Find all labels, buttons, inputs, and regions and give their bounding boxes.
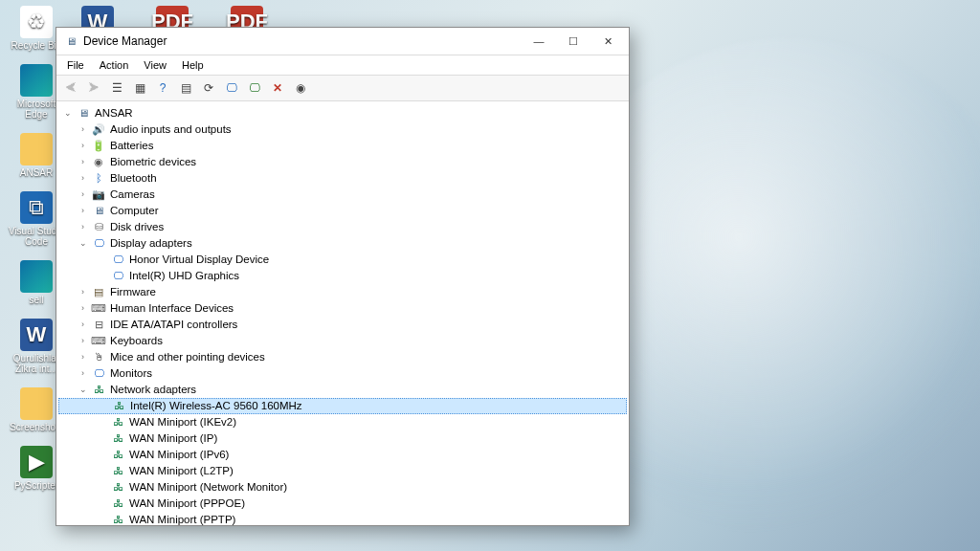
tree-node[interactable]: 🖧WAN Miniport (L2TP) [58, 463, 627, 479]
device-manager-window: 🖥 Device Manager — ☐ ✕ File Action View … [56, 27, 630, 526]
close-button[interactable]: ✕ [590, 31, 625, 52]
tree-node-label: Cameras [109, 188, 156, 202]
expand-icon[interactable]: › [78, 287, 88, 298]
minimize-button[interactable]: — [522, 31, 556, 52]
device-category-icon: 🖧 [111, 450, 124, 461]
desktop-background: ♻Recycle BinMicrosoft EdgeANSAR⧉Visual S… [0, 0, 980, 551]
titlebar[interactable]: 🖥 Device Manager — ☐ ✕ [56, 28, 629, 55]
tree-node[interactable]: ›📷Cameras [58, 187, 627, 203]
device-category-icon: 🖧 [92, 385, 105, 396]
action-button[interactable]: ▤ [175, 77, 196, 99]
nav-back-button[interactable]: ⮜ [60, 77, 81, 99]
desktop-icon-label: PyScripter [14, 480, 58, 491]
expand-icon[interactable]: › [78, 303, 88, 314]
tree-node[interactable]: ›▤Firmware [58, 284, 627, 300]
expand-icon[interactable]: › [78, 124, 88, 135]
tree-node[interactable]: 🖧Intel(R) Wireless-AC 9560 160MHz [58, 398, 627, 414]
tree-node[interactable]: 🖵Intel(R) UHD Graphics [58, 268, 627, 284]
desktop-glyph-icon [20, 387, 53, 420]
tree-node[interactable]: ›🔋Batteries [58, 138, 627, 154]
properties-button[interactable]: ▦ [129, 77, 150, 99]
desktop-icon-label: Recycle Bin [11, 40, 62, 51]
tree-node[interactable]: ›ᛒBluetooth [58, 170, 627, 187]
expand-icon[interactable]: › [78, 320, 88, 330]
show-hide-tree-button[interactable]: ☰ [106, 77, 127, 99]
expand-icon[interactable]: › [78, 206, 88, 216]
device-category-icon: 🖥 [92, 206, 105, 217]
menu-file[interactable]: File [60, 57, 91, 73]
tree-node-label: WAN Miniport (IKEv2) [128, 416, 237, 430]
tree-node-label: Bluetooth [109, 172, 158, 186]
tree-node[interactable]: ›⊟IDE ATA/ATAPI controllers [58, 317, 627, 333]
tree-node[interactable]: 🖧WAN Miniport (IPv6) [58, 447, 627, 463]
expand-icon[interactable]: › [78, 368, 88, 379]
menu-view[interactable]: View [137, 57, 173, 73]
tree-node-label: Honor Virtual Display Device [128, 253, 270, 267]
tree-node[interactable]: 🖧WAN Miniport (PPPOE) [58, 496, 627, 512]
tree-node[interactable]: ›🖱Mice and other pointing devices [58, 349, 627, 365]
tree-node-label: Keyboards [109, 335, 164, 348]
desktop-glyph-icon: W [20, 319, 53, 351]
tree-node-label: ANSAR [94, 107, 134, 121]
enable-device-button[interactable]: 🖵 [244, 77, 265, 99]
expand-icon[interactable]: › [78, 157, 88, 167]
tree-node-label: Computer [109, 205, 160, 218]
expand-icon[interactable]: › [78, 189, 88, 200]
tree-node[interactable]: ⌄🖧Network adapters [58, 382, 627, 398]
update-driver-button[interactable]: 🖵 [221, 77, 242, 99]
menu-action[interactable]: Action [93, 57, 136, 73]
window-controls: — ☐ ✕ [522, 31, 625, 52]
tree-node[interactable]: ›🖵Monitors [58, 365, 627, 382]
device-category-icon: 🖥 [77, 108, 90, 120]
collapse-icon[interactable]: ⌄ [78, 385, 88, 395]
expand-icon[interactable]: › [78, 352, 88, 363]
disable-device-button[interactable]: ◉ [290, 77, 311, 99]
collapse-icon[interactable]: ⌄ [62, 108, 73, 119]
tree-node-label: Firmware [109, 286, 157, 299]
tree-node-label: IDE ATA/ATAPI controllers [109, 319, 238, 332]
nav-forward-button[interactable]: ⮞ [83, 77, 104, 99]
expand-icon[interactable]: › [78, 141, 88, 151]
tree-node-label: Display adapters [109, 237, 193, 251]
tree-node-label: WAN Miniport (PPTP) [128, 514, 236, 525]
menu-help[interactable]: Help [175, 57, 211, 73]
tree-node-label: WAN Miniport (L2TP) [128, 465, 234, 478]
scan-hardware-button[interactable]: ⟳ [198, 77, 219, 99]
tree-node-label: Mice and other pointing devices [109, 351, 266, 364]
desktop-icon-label: sell [29, 295, 43, 305]
tree-node-label: Monitors [109, 367, 153, 381]
tree-node[interactable]: 🖧WAN Miniport (IP) [58, 430, 627, 447]
tree-node[interactable]: ›⛁Disk drives [58, 219, 627, 235]
collapse-icon[interactable]: ⌄ [78, 238, 88, 249]
tree-node[interactable]: ›⌨Human Interface Devices [58, 300, 627, 317]
tree-node-label: WAN Miniport (IPv6) [128, 449, 230, 462]
tree-node[interactable]: ›◉Biometric devices [58, 154, 627, 170]
tree-node[interactable]: ⌄🖥ANSAR [58, 105, 627, 121]
tree-node[interactable]: 🖧WAN Miniport (Network Monitor) [58, 479, 627, 496]
maximize-button[interactable]: ☐ [556, 31, 590, 52]
device-category-icon: 🖧 [111, 417, 124, 429]
device-category-icon: 🖧 [111, 515, 124, 526]
desktop-glyph-icon [20, 133, 53, 165]
tree-node[interactable]: ⌄🖵Display adapters [58, 235, 627, 252]
tree-node[interactable]: 🖵Honor Virtual Display Device [58, 252, 627, 268]
tree-node-label: Network adapters [109, 384, 197, 397]
expand-icon[interactable]: › [78, 336, 88, 346]
desktop-glyph-icon [20, 260, 53, 293]
tree-node[interactable]: 🖧WAN Miniport (IKEv2) [58, 414, 627, 430]
expand-icon[interactable]: › [78, 173, 88, 184]
tree-node-label: Biometric devices [109, 156, 197, 169]
device-category-icon: 🔊 [92, 124, 105, 136]
device-tree[interactable]: ⌄🖥ANSAR›🔊Audio inputs and outputs›🔋Batte… [56, 101, 629, 525]
tree-node[interactable]: ›🔊Audio inputs and outputs [58, 121, 627, 138]
tree-node-label: Human Interface Devices [109, 302, 234, 316]
tree-node-label: Batteries [109, 140, 154, 153]
app-icon: 🖥 [64, 35, 78, 47]
desktop-icon-label: ANSAR [20, 167, 53, 178]
expand-icon[interactable]: › [78, 222, 88, 232]
tree-node[interactable]: 🖧WAN Miniport (PPTP) [58, 512, 627, 525]
tree-node[interactable]: ›⌨Keyboards [58, 333, 627, 349]
tree-node[interactable]: ›🖥Computer [58, 203, 627, 219]
help-button[interactable]: ? [152, 77, 173, 99]
uninstall-device-button[interactable]: ✕ [267, 77, 288, 99]
